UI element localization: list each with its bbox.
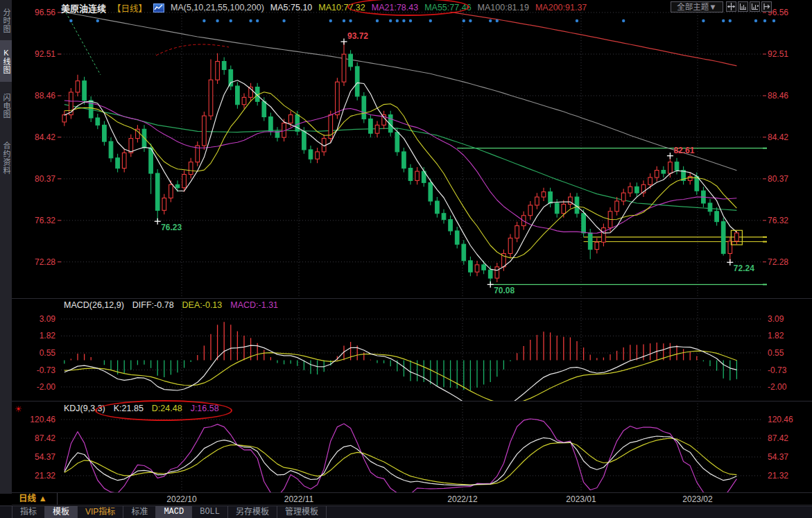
svg-text:21.32: 21.32 <box>768 471 788 481</box>
kdj-pane <box>64 419 737 498</box>
sidebar-item-1[interactable]: K线图 <box>0 40 12 82</box>
svg-text:0.55: 0.55 <box>40 348 56 358</box>
svg-text:80.37: 80.37 <box>768 174 788 184</box>
tab-0[interactable]: 指标 <box>12 506 45 518</box>
price-annotation: 93.72 <box>347 31 368 41</box>
bottom-tabbar: 指标模板VIP指标标准MACDBOLL另存模板管理模板 <box>0 506 812 518</box>
diff-value: DIFF:-0.78 <box>132 300 174 310</box>
svg-text:76.32: 76.32 <box>35 216 55 225</box>
chart-toolbar <box>726 1 772 12</box>
tab-3[interactable]: 标准 <box>123 506 156 518</box>
sidebar-item-2[interactable]: 闪电图 <box>0 86 12 126</box>
ma-value-2: MA21:78.43 <box>372 3 418 12</box>
sidebar-item-3[interactable]: 合约资料 <box>0 133 12 183</box>
trading-app: { "sidebar": { "items": [ { "label": "分时… <box>0 0 812 518</box>
theme-dropdown[interactable]: 全部主题▼ <box>671 1 723 12</box>
d-value: D:24.48 <box>152 404 182 413</box>
period-tag: 【日线】 <box>112 1 147 15</box>
svg-text:96.56: 96.56 <box>35 8 55 17</box>
svg-text:3.09: 3.09 <box>768 314 784 324</box>
move-crosshair-icon[interactable] <box>726 1 736 12</box>
svg-text:54.37: 54.37 <box>35 452 55 462</box>
labels-layer: 96.5696.5692.5192.5188.4688.4684.4284.42… <box>12 8 812 505</box>
date-label: 2022/11 <box>284 494 314 504</box>
sidebar-item-0[interactable]: 分时图 <box>0 3 12 39</box>
ma-value-4: MA100:81.19 <box>478 3 529 12</box>
dea-value: DEA:-0.13 <box>182 300 223 310</box>
svg-text:84.42: 84.42 <box>768 132 788 142</box>
alert-sun-icon[interactable]: ☀ <box>15 404 22 414</box>
svg-text:80.37: 80.37 <box>35 174 55 184</box>
svg-text:-2.00: -2.00 <box>768 382 787 392</box>
tab-4[interactable]: MACD <box>156 506 192 518</box>
date-label: 2023/01 <box>566 494 596 504</box>
svg-text:92.51: 92.51 <box>35 49 55 59</box>
svg-text:1.82: 1.82 <box>768 331 784 340</box>
macd-header: MACD(26,12,9) DIFF:-0.78 DEA:-0.13 MACD:… <box>64 300 278 310</box>
macd-pane <box>64 322 737 411</box>
ma-settings-label: MA(5,10,21,55,100,200) <box>171 3 264 12</box>
svg-text:3.09: 3.09 <box>40 314 56 324</box>
svg-text:88.46: 88.46 <box>35 91 55 101</box>
tab-6[interactable]: 另存模板 <box>228 506 277 518</box>
axis-scale-left-icon[interactable] <box>738 1 748 12</box>
k-value: K:21.85 <box>114 404 144 413</box>
candles-layer <box>62 42 738 284</box>
symbol-name: 美原油连续 <box>61 1 106 15</box>
macd-value: MACD:-1.31 <box>230 300 278 310</box>
tab-5[interactable]: BOLL <box>192 506 228 518</box>
svg-text:72.28: 72.28 <box>768 257 788 267</box>
kline-chart-canvas[interactable]: 96.5696.5692.5192.5188.4688.4684.4284.42… <box>12 0 812 505</box>
tab-7[interactable]: 管理模板 <box>277 506 327 518</box>
svg-text:92.51: 92.51 <box>768 49 788 59</box>
price-pane <box>62 12 763 284</box>
svg-text:54.37: 54.37 <box>768 452 788 462</box>
svg-text:88.46: 88.46 <box>768 91 788 101</box>
svg-text:-0.73: -0.73 <box>37 365 56 375</box>
tab-1[interactable]: 模板 <box>45 506 78 518</box>
svg-text:120.46: 120.46 <box>768 415 793 424</box>
svg-text:76.32: 76.32 <box>768 216 788 225</box>
page-forward-icon[interactable] <box>761 1 772 12</box>
kdj-header: KDJ(9,3,3) K:21.85 D:24.48 J:16.58 <box>64 404 219 413</box>
svg-text:84.42: 84.42 <box>35 132 55 142</box>
svg-text:87.42: 87.42 <box>768 433 788 443</box>
svg-text:120.46: 120.46 <box>30 415 55 424</box>
kline-icon <box>153 3 164 12</box>
svg-text:21.32: 21.32 <box>35 471 55 481</box>
ma-value-3: MA55:77.46 <box>424 3 471 12</box>
ma-values: MA5:75.10MA10:77.32MA21:78.43MA55:77.46M… <box>270 3 587 12</box>
macd-title: MACD(26,12,9) <box>64 300 124 310</box>
ma-value-1: MA10:77.32 <box>318 3 365 12</box>
date-label: 2022/12 <box>447 494 478 504</box>
svg-text:0.55: 0.55 <box>768 348 784 358</box>
svg-text:1.82: 1.82 <box>40 331 56 340</box>
left-sidebar: 分时图K线图闪电图合约资料 <box>0 0 12 494</box>
svg-text:72.28: 72.28 <box>35 257 55 267</box>
price-annotation: 70.08 <box>494 286 515 295</box>
axis-scale-right-icon[interactable] <box>750 1 760 12</box>
svg-text:-0.73: -0.73 <box>768 365 787 375</box>
ma-value-5: MA200:91.37 <box>535 3 587 12</box>
period-button[interactable]: 日线 ▲ <box>16 493 58 505</box>
svg-text:-2.00: -2.00 <box>37 382 56 392</box>
price-annotation: 72.24 <box>734 264 754 273</box>
ma-value-0: MA5:75.10 <box>270 3 312 12</box>
j-value: J:16.58 <box>191 404 219 413</box>
date-label: 2022/10 <box>166 494 197 504</box>
price-annotation: 76.23 <box>161 223 182 232</box>
chart-area: 96.5696.5692.5192.5188.4688.4684.4284.42… <box>12 0 812 505</box>
chart-header: 美原油连续 【日线】 MA(5,10,21,55,100,200) MA5:75… <box>61 1 587 14</box>
date-label: 2023/02 <box>682 494 713 504</box>
grid-layer <box>61 10 763 492</box>
kdj-title: KDJ(9,3,3) <box>64 404 105 413</box>
price-annotation: 82.61 <box>673 146 694 155</box>
svg-text:87.42: 87.42 <box>35 433 55 443</box>
tab-2[interactable]: VIP指标 <box>78 506 123 518</box>
